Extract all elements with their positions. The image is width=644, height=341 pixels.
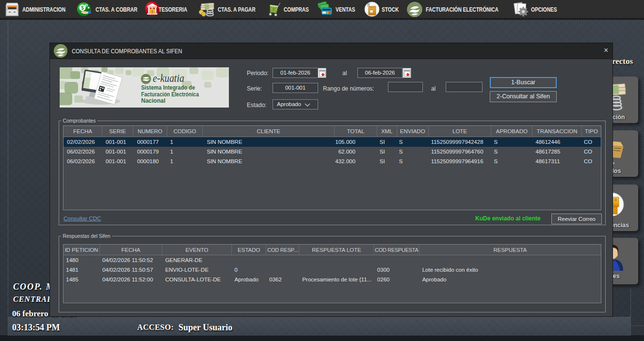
svg-text:Nacional: Nacional bbox=[141, 97, 165, 104]
svg-text:$: $ bbox=[151, 9, 154, 14]
svg-text:$: $ bbox=[85, 4, 87, 7]
svg-text:Sistema Integrado de: Sistema Integrado de bbox=[141, 84, 195, 91]
svg-text:Facturación Electrónica: Facturación Electrónica bbox=[141, 91, 199, 98]
svg-text:e-kuatia: e-kuatia bbox=[153, 72, 184, 84]
svg-text:$: $ bbox=[81, 5, 84, 11]
